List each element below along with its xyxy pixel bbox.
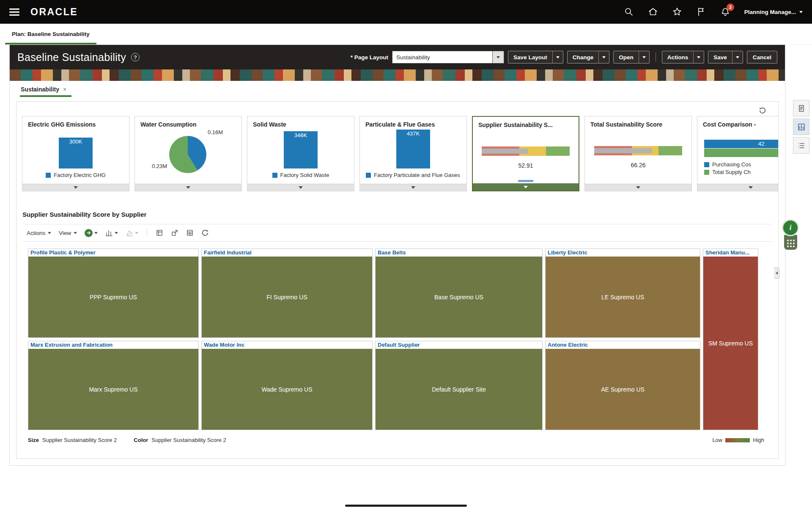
save-button[interactable]: Save	[708, 51, 732, 63]
legend-high-label: High	[753, 437, 764, 443]
tab-plan-baseline-sustainability[interactable]: Plan: Baseline Sustainability	[5, 24, 96, 44]
actions-button[interactable]: Actions	[662, 51, 694, 63]
page-tab-label: Plan: Baseline Sustainability	[12, 31, 90, 37]
chart-options-menu-button[interactable]	[105, 229, 118, 237]
panel-toggle-document-button[interactable]	[793, 100, 809, 116]
favorites-star-icon[interactable]	[672, 7, 682, 17]
tile-supplier-link[interactable]: Wade Motor Inc	[202, 341, 372, 349]
home-icon[interactable]	[648, 7, 658, 17]
panel-toggle-chart-button[interactable]	[793, 119, 809, 135]
tile-supplier-link[interactable]: Base Belts	[376, 249, 542, 257]
treemap-actions-menu[interactable]: Actions	[27, 230, 51, 236]
tile-supplier-link[interactable]: Sheridan Manu...	[703, 249, 758, 257]
treemap-view-menu[interactable]: View	[59, 230, 77, 236]
treemap-tile[interactable]: Liberty Electric LE Supremo US	[545, 248, 700, 338]
treemap-tile[interactable]: Default Supplier Default Supplier Site	[375, 341, 543, 430]
kpi-card-total-sustainability-score[interactable]: Total Sustainability Score 66.26	[584, 116, 692, 191]
refresh-icon[interactable]	[201, 229, 209, 237]
legend-row: Purchasing Cos	[704, 161, 778, 168]
treemap-tile[interactable]: Wade Motor Inc Wade Supremo US	[201, 341, 373, 430]
treemap-tile[interactable]: Profile Plastic & Polymer PPP Supremo US	[28, 248, 199, 338]
change-split-button: Change	[567, 51, 610, 64]
chevron-down-icon	[48, 232, 51, 234]
change-button[interactable]: Change	[568, 51, 599, 63]
kpi-card-cost-comparison[interactable]: Cost Comparison - 42 Purchasing Cos Tota…	[697, 116, 778, 191]
save-dropdown-button[interactable]	[732, 51, 743, 63]
treemap-tile[interactable]: Sheridan Manu... SM Supremo US	[703, 248, 758, 430]
flag-icon[interactable]	[696, 7, 706, 17]
notifications-bell-icon[interactable]: 3	[720, 7, 730, 17]
kpi-card-title: Cost Comparison -	[697, 116, 778, 128]
expand-arrow-icon	[749, 186, 753, 189]
kpi-card-water-consumption[interactable]: Water Consumption 0.16M 0.23M	[134, 116, 242, 191]
legend-swatch	[704, 162, 709, 167]
actions-dropdown-button[interactable]	[693, 51, 704, 63]
open-button[interactable]: Open	[614, 51, 639, 63]
card-expand-button[interactable]	[135, 184, 241, 191]
chevron-down-icon	[697, 56, 700, 58]
kpi-card-supplier-sustainability-score[interactable]: Supplier Sustainability S... 52.91	[472, 116, 579, 191]
card-expand-button[interactable]	[585, 184, 691, 191]
scatter-chart-icon	[126, 229, 133, 237]
tile-supplier-link[interactable]: Profile Plastic & Polymer	[28, 249, 198, 257]
page-layout-dropdown-button[interactable]	[493, 51, 504, 64]
tile-supplier-link[interactable]: Liberty Electric	[546, 249, 700, 257]
info-button[interactable]: i	[782, 219, 799, 236]
treemap-tile[interactable]: Marx Extrusion and Fabrication Marx Supr…	[28, 341, 199, 430]
expand-arrow-icon	[636, 186, 640, 189]
expand-arrow-icon	[411, 186, 415, 189]
detach-icon[interactable]	[171, 229, 178, 237]
go-arrow-icon	[85, 229, 93, 237]
kpi-card-electric-ghg-emissions[interactable]: Electric GHG Emissions 300K Factory Elec…	[22, 116, 129, 191]
tile-supplier-link[interactable]: Fairfield Industrial	[202, 249, 372, 257]
page-layout-select[interactable]: Sustainability	[392, 51, 493, 64]
edge-collapse-handle[interactable]	[774, 268, 779, 279]
decorative-banner	[10, 69, 785, 81]
subtab-label: Sustainability	[21, 86, 59, 93]
card-expand-button[interactable]	[247, 184, 354, 191]
kpi-card-title: Solid Waste	[247, 116, 354, 128]
card-expand-button[interactable]	[697, 184, 778, 191]
treemap-tile[interactable]: Antone Electric AE Supremo US	[545, 341, 700, 430]
refresh-icon[interactable]	[759, 107, 766, 114]
tile-site-label: Wade Supremo US	[202, 349, 372, 430]
right-panel-rail	[793, 100, 809, 154]
chart-legend: Purchasing Cos Total Supply Ch	[704, 161, 778, 175]
hamburger-menu-icon[interactable]	[9, 8, 19, 16]
panel-toggle-list-button[interactable]	[793, 137, 809, 154]
card-expand-button[interactable]	[473, 183, 579, 190]
card-expand-button[interactable]	[22, 184, 129, 191]
chevron-down-icon	[497, 56, 500, 58]
save-layout-dropdown-button[interactable]	[552, 51, 563, 63]
treemap-toolbar: Actions View	[22, 224, 772, 242]
change-dropdown-button[interactable]	[598, 51, 609, 63]
freeze-icon[interactable]	[156, 229, 163, 237]
card-expand-button[interactable]	[360, 184, 466, 191]
grid-dots-button[interactable]	[784, 235, 797, 250]
save-layout-button[interactable]: Save Layout	[508, 51, 552, 63]
tile-supplier-link[interactable]: Default Supplier	[376, 341, 542, 349]
chevron-down-icon	[94, 232, 98, 234]
tile-supplier-link[interactable]: Antone Electric	[546, 341, 700, 349]
treemap-tile[interactable]: Base Belts Base Supremo US	[375, 248, 543, 338]
tab-sustainability[interactable]: Sustainability ×	[20, 86, 71, 97]
tile-supplier-link[interactable]: Marx Extrusion and Fabrication	[28, 341, 198, 349]
go-to-menu-button[interactable]	[85, 229, 98, 237]
kpi-card-solid-waste[interactable]: Solid Waste 346K Factory Solid Waste	[247, 116, 354, 191]
treemap-tile[interactable]: Fairfield Industrial FI Supremo US	[201, 248, 373, 338]
open-dropdown-button[interactable]	[639, 51, 649, 63]
home-indicator	[345, 505, 467, 507]
help-icon[interactable]: ?	[131, 53, 140, 61]
tile-site-label: Marx Supremo US	[28, 349, 198, 430]
search-icon[interactable]	[624, 7, 634, 17]
user-menu[interactable]: Planning Manage...	[744, 9, 803, 15]
close-icon[interactable]: ×	[63, 86, 66, 93]
cancel-button[interactable]: Cancel	[747, 51, 777, 64]
chevron-down-icon	[115, 232, 118, 234]
tile-site-label: LE Supremo US	[546, 257, 700, 337]
total-score-gauge	[594, 146, 682, 155]
required-marker: *	[351, 54, 353, 61]
toolbar-separator	[147, 229, 147, 237]
kpi-card-particulate-flue-gases[interactable]: Particulate & Flue Gases 437K Factory Pa…	[359, 116, 467, 191]
table-view-icon[interactable]	[186, 229, 194, 237]
